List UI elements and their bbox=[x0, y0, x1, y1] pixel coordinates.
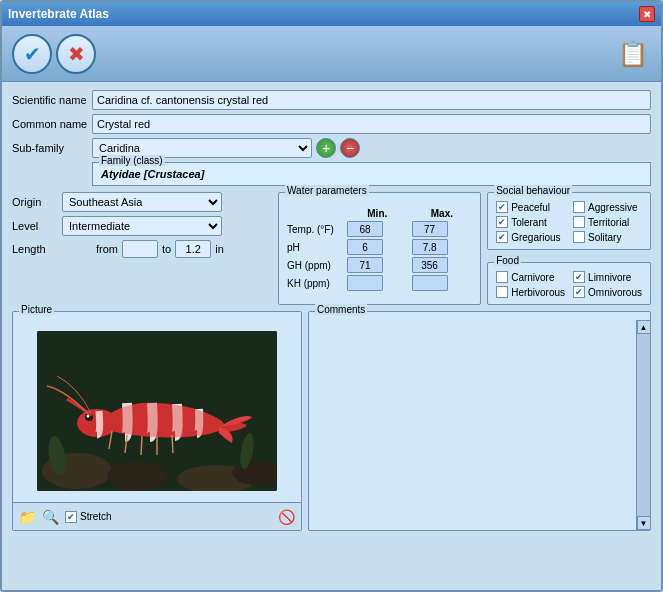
picture-content bbox=[13, 320, 301, 502]
window-title: Invertebrate Atlas bbox=[8, 7, 109, 21]
right-column: Social behaviour ✔ Peaceful Aggressive ✔ bbox=[487, 192, 651, 305]
temp-min-input[interactable] bbox=[347, 221, 383, 237]
confirm-button[interactable]: ✔ bbox=[12, 34, 52, 74]
family-class-container: Family (class) Atyidae [Crustacea] bbox=[92, 162, 651, 186]
omnivorous-checkbox[interactable]: ✔ bbox=[573, 286, 585, 298]
scroll-down-button[interactable]: ▼ bbox=[637, 516, 651, 530]
kh-min-input[interactable] bbox=[347, 275, 383, 291]
gh-min-input[interactable] bbox=[347, 257, 383, 273]
gregarious-checkbox[interactable]: ✔ bbox=[496, 231, 508, 243]
ph-min-input[interactable] bbox=[347, 239, 383, 255]
main-content: Scientific name Common name Sub-family C… bbox=[2, 82, 661, 590]
water-parameters-box: Water parameters Min. Max. Temp. (°F) bbox=[278, 192, 481, 305]
left-column: Origin Southeast Asia Level Intermediate… bbox=[12, 192, 272, 305]
kh-max-input[interactable] bbox=[412, 275, 448, 291]
gregarious-item: ✔ Gregarious bbox=[496, 231, 565, 243]
kh-label: KH (ppm) bbox=[285, 274, 345, 292]
aggressive-label: Aggressive bbox=[588, 202, 637, 213]
close-button[interactable]: ✖ bbox=[639, 6, 655, 22]
svg-point-2 bbox=[107, 461, 167, 491]
length-unit: in bbox=[215, 243, 224, 255]
from-label: from bbox=[96, 243, 118, 255]
subfamily-label: Sub-family bbox=[12, 141, 92, 155]
level-row: Level Intermediate bbox=[12, 216, 272, 236]
social-grid: ✔ Peaceful Aggressive ✔ Tolerant bbox=[496, 201, 642, 243]
scientific-name-input[interactable] bbox=[92, 90, 651, 110]
family-class-value: Atyidae [Crustacea] bbox=[101, 168, 204, 180]
temp-label: Temp. (°F) bbox=[285, 220, 345, 238]
carnivore-checkbox[interactable] bbox=[496, 271, 508, 283]
solitary-item: Solitary bbox=[573, 231, 642, 243]
check-icon: ✔ bbox=[24, 42, 41, 66]
water-parameters-table: Min. Max. Temp. (°F) pH bbox=[285, 207, 474, 292]
length-row: Length from to in bbox=[12, 240, 272, 258]
origin-select[interactable]: Southeast Asia bbox=[62, 192, 222, 212]
comments-box: Comments ▲ ▼ bbox=[308, 311, 651, 531]
common-name-input[interactable] bbox=[92, 114, 651, 134]
scientific-name-label: Scientific name bbox=[12, 93, 92, 107]
length-from-input[interactable] bbox=[122, 240, 158, 258]
temp-max-input[interactable] bbox=[412, 221, 448, 237]
water-parameters-title: Water parameters bbox=[285, 185, 369, 196]
aggressive-item: Aggressive bbox=[573, 201, 642, 213]
stretch-container: ✔ Stretch bbox=[65, 511, 112, 523]
family-class-box: Family (class) Atyidae [Crustacea] bbox=[92, 162, 651, 186]
clear-icon[interactable]: 🚫 bbox=[278, 509, 295, 525]
level-select[interactable]: Intermediate bbox=[62, 216, 222, 236]
tolerant-item: ✔ Tolerant bbox=[496, 216, 565, 228]
herbivorous-checkbox[interactable] bbox=[496, 286, 508, 298]
gh-max-input[interactable] bbox=[412, 257, 448, 273]
herbivorous-label: Herbivorous bbox=[511, 287, 565, 298]
limnivore-item: ✔ Limnivore bbox=[573, 271, 642, 283]
gh-row: GH (ppm) bbox=[285, 256, 474, 274]
omnivorous-item: ✔ Omnivorous bbox=[573, 286, 642, 298]
territorial-checkbox[interactable] bbox=[573, 216, 585, 228]
omnivorous-label: Omnivorous bbox=[588, 287, 642, 298]
delete-subfamily-button[interactable]: − bbox=[340, 138, 360, 158]
origin-label: Origin bbox=[12, 196, 62, 208]
temp-row: Temp. (°F) bbox=[285, 220, 474, 238]
carnivore-item: Carnivore bbox=[496, 271, 565, 283]
picture-toolbar: 📁 🔍 ✔ Stretch 🚫 bbox=[13, 502, 301, 530]
min-col-header: Min. bbox=[345, 207, 410, 220]
search-icon[interactable]: 🔍 bbox=[42, 509, 59, 525]
to-label: to bbox=[162, 243, 171, 255]
param-col-header bbox=[285, 207, 345, 220]
comments-inner: ▲ ▼ bbox=[309, 320, 650, 530]
length-to-input[interactable] bbox=[175, 240, 211, 258]
length-label: Length bbox=[12, 243, 92, 255]
book-button[interactable]: 📋 bbox=[615, 36, 651, 72]
cross-icon: ✖ bbox=[68, 42, 85, 66]
food-box: Food Carnivore ✔ Limnivore Herbivorous bbox=[487, 262, 651, 305]
comments-title: Comments bbox=[315, 304, 367, 315]
picture-box-title: Picture bbox=[19, 304, 54, 315]
origin-row: Origin Southeast Asia bbox=[12, 192, 272, 212]
shrimp-svg bbox=[37, 331, 277, 491]
ph-max-input[interactable] bbox=[412, 239, 448, 255]
stretch-checkbox[interactable]: ✔ bbox=[65, 511, 77, 523]
territorial-label: Territorial bbox=[588, 217, 629, 228]
scroll-up-button[interactable]: ▲ bbox=[637, 320, 651, 334]
cancel-button[interactable]: ✖ bbox=[56, 34, 96, 74]
territorial-item: Territorial bbox=[573, 216, 642, 228]
title-bar: Invertebrate Atlas ✖ bbox=[2, 2, 661, 26]
max-col-header: Max. bbox=[410, 207, 475, 220]
peaceful-checkbox[interactable]: ✔ bbox=[496, 201, 508, 213]
solitary-checkbox[interactable] bbox=[573, 231, 585, 243]
gh-label: GH (ppm) bbox=[285, 256, 345, 274]
tolerant-checkbox[interactable]: ✔ bbox=[496, 216, 508, 228]
gregarious-label: Gregarious bbox=[511, 232, 560, 243]
common-name-label: Common name bbox=[12, 117, 92, 131]
limnivore-label: Limnivore bbox=[588, 272, 631, 283]
limnivore-checkbox[interactable]: ✔ bbox=[573, 271, 585, 283]
family-class-label: Family (class) bbox=[99, 155, 165, 166]
add-subfamily-button[interactable]: + bbox=[316, 138, 336, 158]
folder-icon[interactable]: 📁 bbox=[19, 509, 36, 525]
main-window: Invertebrate Atlas ✖ ✔ ✖ 📋 Scientific na… bbox=[0, 0, 663, 592]
comments-textarea[interactable] bbox=[309, 320, 636, 530]
social-behaviour-title: Social behaviour bbox=[494, 185, 572, 196]
picture-box: Picture bbox=[12, 311, 302, 531]
level-label: Level bbox=[12, 220, 62, 232]
aggressive-checkbox[interactable] bbox=[573, 201, 585, 213]
food-title: Food bbox=[494, 255, 521, 266]
